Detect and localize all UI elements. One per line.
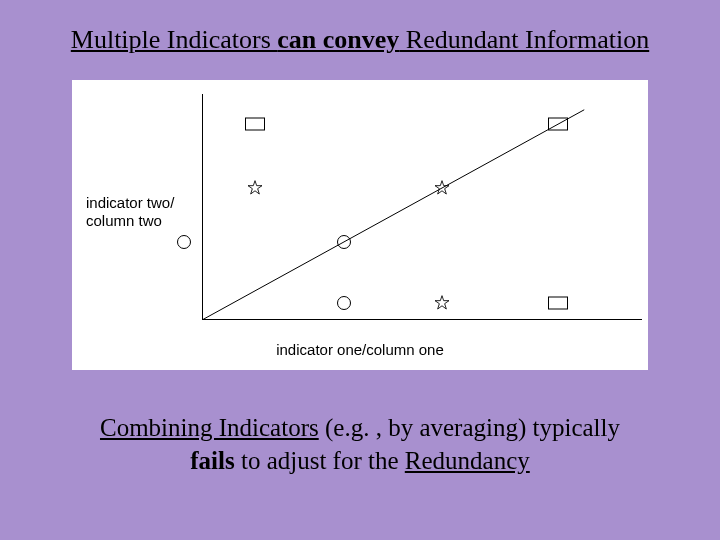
marker-star [434,295,450,311]
y-axis-label-text: indicator two/ column two [86,194,174,229]
caption-l2-a: fails [190,447,234,474]
caption-line2: fails to adjust for the Redundancy [0,445,720,478]
y-axis-label: indicator two/ column two [86,194,174,230]
marker-circle [337,235,351,249]
marker-square [548,118,568,131]
svg-marker-3 [435,296,449,309]
title-part1: Multiple Indicators [71,25,278,54]
title-part2: can convey [277,25,399,54]
caption-line1: Combining Indicators (e.g. , by averagin… [0,412,720,445]
y-axis [202,94,203,320]
marker-circle [337,296,351,310]
marker-star [434,180,450,196]
svg-marker-2 [435,181,449,194]
caption-l1-b: (e.g. , by averaging) typically [319,414,620,441]
x-axis [202,319,642,320]
chart-area: indicator two/ column two indicator one/… [72,80,648,370]
plot-region [202,100,602,320]
svg-marker-1 [248,181,262,194]
marker-square [245,118,265,131]
title-part3: Redundant Information [399,25,649,54]
marker-star [247,180,263,196]
caption: Combining Indicators (e.g. , by averagin… [0,412,720,477]
caption-l2-b: to adjust for the [235,447,405,474]
page-title: Multiple Indicators can convey Redundant… [0,24,720,55]
marker-circle [177,235,191,249]
svg-line-0 [202,110,584,320]
caption-l1-a: Combining Indicators [100,414,319,441]
x-axis-label: indicator one/column one [72,341,648,358]
diagonal-line [202,100,602,320]
marker-square [548,296,568,309]
caption-l2-c: Redundancy [405,447,530,474]
